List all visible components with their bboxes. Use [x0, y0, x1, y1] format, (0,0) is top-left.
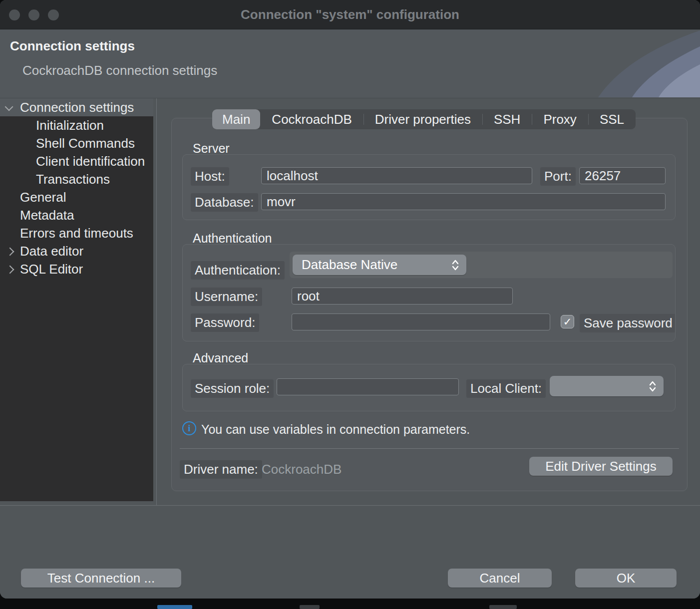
database-label: Database:	[191, 193, 258, 212]
authentication-select[interactable]: Database Native	[293, 255, 466, 275]
sidebar-item-transactions[interactable]: Transactions	[0, 170, 153, 188]
sidebar-item-label: Transactions	[36, 172, 110, 187]
background-window-fragment	[157, 605, 192, 609]
page-title: Connection settings	[10, 38, 135, 54]
server-group-label: Server	[193, 141, 230, 156]
sidebar-item-data-editor[interactable]: Data editor	[0, 242, 153, 260]
main-tab-panel: Server Host: Port: Database: Authenticat…	[171, 118, 688, 491]
checkmark-icon: ✓	[563, 316, 572, 327]
tab-ssl[interactable]: SSL	[588, 109, 636, 129]
tab-proxy[interactable]: Proxy	[532, 109, 588, 129]
background-window-fragment	[300, 605, 320, 609]
sidebar-item-client-identification[interactable]: Client identification	[0, 152, 153, 170]
connection-config-dialog: Connection "system" configuration Connec…	[0, 0, 700, 599]
local-client-label: Local Client:	[466, 379, 546, 398]
panel-divider	[180, 448, 679, 449]
username-input[interactable]	[292, 288, 513, 304]
driver-name-label: Driver name:	[180, 460, 262, 479]
local-client-select[interactable]	[550, 376, 664, 396]
edit-driver-settings-button[interactable]: Edit Driver Settings	[529, 457, 673, 476]
info-icon: i	[182, 421, 196, 435]
username-label: Username:	[191, 288, 262, 306]
sidebar-item-label: Connection settings	[20, 100, 134, 115]
decorative-swirl	[540, 29, 700, 97]
sidebar-item-shell-commands[interactable]: Shell Commands	[0, 134, 153, 152]
sidebar-item-initialization[interactable]: Initialization	[0, 116, 153, 134]
host-label: Host:	[191, 167, 229, 186]
updown-chevron-icon	[451, 259, 459, 272]
sidebar-item-label: Shell Commands	[36, 136, 135, 151]
password-label: Password:	[191, 313, 259, 332]
sidebar-item-label: SQL Editor	[20, 262, 83, 277]
window-title: Connection "system" configuration	[0, 0, 700, 29]
variables-info-text: You can use variables in connection para…	[201, 422, 470, 437]
tree-background	[0, 278, 153, 501]
chevron-right-icon[interactable]	[6, 266, 14, 274]
sidebar-item-label: Client identification	[36, 154, 145, 169]
database-input[interactable]	[261, 193, 666, 210]
session-role-label: Session role:	[191, 379, 274, 398]
sidebar-item-label: Metadata	[20, 208, 74, 223]
sidebar-item-label: Errors and timeouts	[20, 226, 133, 241]
authentication-select-value: Database Native	[302, 257, 451, 273]
test-connection-button[interactable]: Test Connection ...	[21, 569, 181, 588]
sidebar-item-general[interactable]: General	[0, 188, 153, 206]
updown-chevron-icon	[649, 380, 657, 393]
sidebar-item-label: Data editor	[20, 244, 83, 259]
sidebar-item-connection-settings[interactable]: Connection settings	[0, 98, 153, 116]
desktop-background	[0, 599, 700, 609]
main-area: MainCockroachDBDriver propertiesSSHProxy…	[157, 98, 700, 505]
chevron-down-icon[interactable]	[5, 103, 13, 111]
sidebar-item-label: General	[20, 190, 66, 205]
host-input[interactable]	[261, 167, 532, 184]
advanced-group: Session role: Local Client:	[182, 364, 676, 411]
tab-bar: MainCockroachDBDriver propertiesSSHProxy…	[212, 109, 636, 129]
dialog-body: Connection settingsInitializationShell C…	[0, 98, 700, 505]
dialog-header: Connection settings CockroachDB connecti…	[0, 29, 700, 98]
sidebar-item-metadata[interactable]: Metadata	[0, 206, 153, 224]
tab-main[interactable]: Main	[212, 109, 260, 129]
driver-name-value: CockroachDB	[262, 462, 342, 477]
port-input[interactable]	[579, 167, 666, 184]
tab-ssh[interactable]: SSH	[482, 109, 532, 129]
tab-cockroachdb[interactable]: CockroachDB	[260, 109, 363, 129]
cancel-button[interactable]: Cancel	[448, 569, 552, 588]
sidebar-item-errors-and-timeouts[interactable]: Errors and timeouts	[0, 224, 153, 242]
advanced-group-label: Advanced	[193, 351, 248, 365]
settings-tree: Connection settingsInitializationShell C…	[0, 98, 153, 501]
sidebar-item-label: Initialization	[36, 118, 104, 133]
page-subtitle: CockroachDB connection settings	[22, 63, 217, 78]
password-input[interactable]	[292, 313, 550, 330]
sidebar-item-sql-editor[interactable]: SQL Editor	[0, 260, 153, 278]
authentication-group: Authentication: Database Native Username…	[182, 244, 676, 341]
save-password-checkbox[interactable]: ✓	[561, 315, 574, 328]
session-role-input[interactable]	[277, 378, 459, 395]
authentication-label: Authentication:	[191, 261, 285, 280]
server-group: Host: Port: Database:	[182, 154, 676, 220]
chevron-right-icon[interactable]	[6, 248, 14, 256]
save-password-label: Save password	[580, 314, 676, 332]
port-label: Port:	[540, 167, 576, 186]
info-icon-glyph: i	[188, 423, 190, 434]
dialog-footer: Test Connection ... Cancel OK	[0, 505, 700, 599]
background-window-fragment	[489, 605, 517, 609]
titlebar: Connection "system" configuration	[0, 0, 700, 29]
authentication-group-label: Authentication	[193, 231, 272, 246]
ok-button[interactable]: OK	[575, 569, 677, 588]
tab-driver-properties[interactable]: Driver properties	[363, 109, 482, 129]
